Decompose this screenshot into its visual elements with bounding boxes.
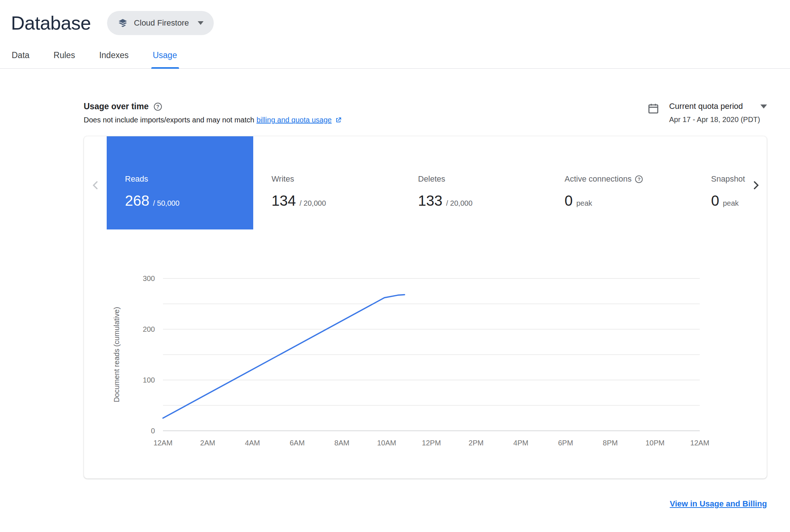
view-usage-billing-link[interactable]: View in Usage and Billing (670, 499, 767, 509)
billing-quota-usage-link[interactable]: billing and quota usage (257, 116, 342, 124)
svg-text:10AM: 10AM (377, 439, 396, 447)
product-selector[interactable]: Cloud Firestore (107, 11, 214, 35)
active-connections-limit: peak (576, 199, 592, 208)
svg-text:Document reads (cumulative): Document reads (cumulative) (113, 307, 121, 402)
usage-card: Reads 268 / 50,000 Writes 134 / 20,000 (84, 136, 767, 479)
usage-chart: 010020030012AM2AM4AM6AM8AM10AM12PM2PM4PM… (84, 265, 767, 457)
quota-period-label: Current quota period (669, 102, 743, 111)
app-header: Database Cloud Firestore (0, 0, 790, 35)
usage-description-text: Does not include imports/exports and may… (84, 116, 254, 124)
tab-usage[interactable]: Usage (152, 44, 178, 68)
svg-text:12AM: 12AM (153, 439, 172, 447)
main-content: Usage over time ? Does not include impor… (84, 102, 767, 509)
tab-indexes[interactable]: Indexes (98, 44, 129, 68)
writes-value: 134 (271, 193, 296, 209)
svg-text:12AM: 12AM (690, 439, 709, 447)
svg-text:4AM: 4AM (245, 439, 260, 447)
active-connections-help-icon[interactable]: ? (635, 175, 643, 183)
svg-text:4PM: 4PM (513, 439, 528, 447)
calendar-icon (647, 102, 660, 124)
firestore-icon (117, 18, 128, 28)
footer: View in Usage and Billing (84, 499, 767, 509)
svg-text:6PM: 6PM (558, 439, 573, 447)
svg-text:100: 100 (143, 376, 155, 384)
metric-tile-active-connections[interactable]: Active connections ? 0 peak (546, 136, 693, 229)
quota-period-select[interactable]: Current quota period (669, 102, 767, 111)
chevron-right-icon (750, 179, 762, 191)
active-connections-value: 0 (565, 193, 573, 209)
svg-text:12PM: 12PM (422, 439, 441, 447)
page-title: Database (11, 12, 91, 34)
usage-help-icon[interactable]: ? (154, 103, 162, 111)
deletes-limit: / 20,000 (446, 199, 472, 208)
quota-period-control: Current quota period Apr 17 - Apr 18, 20… (647, 102, 767, 124)
reads-value: 268 (125, 193, 149, 209)
metric-tile-snapshot-listeners[interactable]: Snapshot listeners 0 peak (693, 136, 747, 229)
metric-tile-reads[interactable]: Reads 268 / 50,000 (107, 136, 253, 229)
svg-text:2AM: 2AM (200, 439, 215, 447)
svg-text:2PM: 2PM (468, 439, 483, 447)
svg-text:0: 0 (151, 427, 155, 435)
quota-period-dropdown: Current quota period Apr 17 - Apr 18, 20… (669, 102, 767, 124)
tabbar: Data Rules Indexes Usage (0, 44, 790, 69)
usage-header-left: Usage over time ? Does not include impor… (84, 102, 342, 124)
metric-tiles-viewport: Reads 268 / 50,000 Writes 134 / 20,000 (84, 136, 747, 229)
tab-data[interactable]: Data (11, 44, 30, 68)
chevron-down-icon (760, 104, 767, 109)
reads-limit: / 50,000 (153, 199, 179, 208)
open-in-new-icon (335, 117, 342, 124)
svg-text:200: 200 (143, 325, 155, 333)
writes-limit: / 20,000 (300, 199, 326, 208)
usage-chart-area: 010020030012AM2AM4AM6AM8AM10AM12PM2PM4PM… (84, 265, 767, 457)
usage-section-header: Usage over time ? Does not include impor… (84, 102, 767, 124)
section-title: Usage over time (84, 102, 149, 111)
carousel-prev-button[interactable] (89, 179, 102, 191)
svg-text:8AM: 8AM (334, 439, 349, 447)
metric-tile-writes[interactable]: Writes 134 / 20,000 (253, 136, 400, 229)
chevron-down-icon (198, 21, 204, 25)
svg-text:10PM: 10PM (645, 439, 664, 447)
svg-text:8PM: 8PM (603, 439, 618, 447)
chevron-left-icon (89, 179, 102, 191)
carousel-next-button[interactable] (750, 179, 762, 191)
svg-text:300: 300 (143, 274, 155, 282)
metric-tile-deletes[interactable]: Deletes 133 / 20,000 (400, 136, 546, 229)
snapshot-listeners-value: 0 (711, 193, 719, 209)
tab-rules[interactable]: Rules (53, 44, 76, 68)
quota-period-range: Apr 17 - Apr 18, 2020 (PDT) (669, 115, 767, 124)
deletes-value: 133 (418, 193, 443, 209)
metric-tiles-row: Reads 268 / 50,000 Writes 134 / 20,000 (84, 136, 747, 229)
product-selector-label: Cloud Firestore (134, 18, 189, 28)
svg-text:6AM: 6AM (290, 439, 305, 447)
usage-description: Does not include imports/exports and may… (84, 116, 342, 124)
snapshot-listeners-limit: peak (723, 199, 738, 208)
